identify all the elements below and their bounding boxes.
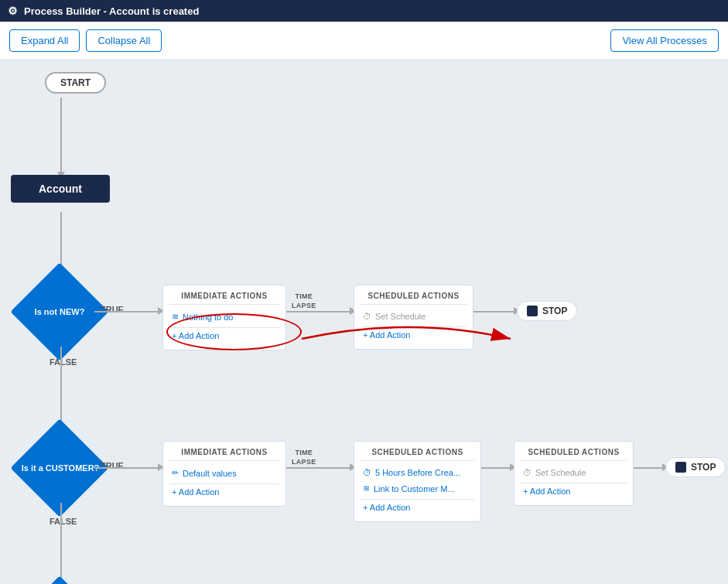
- link-icon-row2: ≋: [363, 483, 370, 493]
- stop-label-row1: STOP: [542, 306, 567, 316]
- scheduled-actions2-title-row2: SCHEDULED ACTIONS: [521, 448, 627, 461]
- connector-timelapse-row1: [286, 311, 352, 312]
- stop-label-row2: STOP: [691, 462, 716, 473]
- pencil-icon-row2: ✏: [172, 468, 179, 478]
- connector-true-row1: [94, 311, 160, 312]
- true-label-row2: TRUE: [101, 461, 124, 470]
- stop-square-row1: [527, 306, 538, 316]
- scheduled-actions-row1: SCHEDULED ACTIONS ⏱ Set Schedule + Add A…: [354, 285, 473, 350]
- toolbar-left: Expand All Collapse All: [9, 29, 162, 52]
- true-label-row1: TRUE: [101, 305, 124, 314]
- connector-sched-row2: [481, 467, 512, 469]
- clock-icon-row2b: ⏱: [523, 468, 531, 477]
- false-label-row2: FALSE: [50, 517, 77, 526]
- connector-false-row1: [60, 347, 62, 432]
- title-text: Process Builder - Account is created: [24, 5, 199, 17]
- nothing-to-do-item[interactable]: ≋ Nothing to do: [169, 309, 279, 325]
- scheduled-actions1-title-row2: SCHEDULED ACTIONS: [361, 448, 474, 461]
- time-lapse-label-row1: TIMELAPSE: [292, 292, 316, 310]
- default-values-item[interactable]: ✏ Default values: [169, 465, 279, 481]
- immediate-actions-row2: IMMEDIATE ACTIONS ✏ Default values + Add…: [162, 441, 286, 507]
- diamond-is-vendor[interactable]: [10, 575, 108, 584]
- add-action-row2[interactable]: + Add Action: [169, 483, 279, 500]
- gear-icon: ⚙: [8, 5, 18, 17]
- add-action-sched1-row2[interactable]: + Add Action: [361, 499, 474, 515]
- add-action-sched2-row2[interactable]: + Add Action: [521, 483, 627, 499]
- clock-icon-row2a: ⏱: [363, 468, 371, 477]
- connector-timelapse-row2: [286, 467, 352, 469]
- collapse-all-button[interactable]: Collapse All: [86, 29, 162, 52]
- nothing-to-do-label: Nothing to do: [183, 312, 233, 322]
- clock-icon-row1: ⏱: [363, 312, 371, 321]
- immediate-actions-row1: IMMEDIATE ACTIONS ≋ Nothing to do + Add …: [162, 285, 286, 350]
- link-customer-item[interactable]: ≋ Link to Customer M...: [361, 480, 474, 497]
- false-label-row1: FALSE: [50, 357, 77, 367]
- scheduled-actions-title-row1: SCHEDULED ACTIONS: [361, 292, 467, 305]
- time-lapse-label-row2: TIMELAPSE: [292, 449, 316, 466]
- expand-all-button[interactable]: Expand All: [9, 29, 80, 52]
- stop-button-row2[interactable]: STOP: [665, 457, 726, 477]
- stop-square-row2: [675, 462, 686, 473]
- canvas: START Account Is not NEW? TRUE FALSE IMM…: [0, 60, 728, 584]
- connector-start-account: [60, 97, 62, 175]
- scheduled-actions1-row2: SCHEDULED ACTIONS ⏱ 5 Hours Before Crea.…: [354, 441, 481, 522]
- toolbar: Expand All Collapse All View All Process…: [0, 22, 728, 60]
- connector-true-row2: [94, 467, 160, 469]
- set-schedule-item-row2[interactable]: ⏱ Set Schedule: [521, 465, 627, 480]
- scheduled-actions2-row2: SCHEDULED ACTIONS ⏱ Set Schedule + Add A…: [514, 441, 634, 506]
- five-hours-item[interactable]: ⏱ 5 Hours Before Crea...: [361, 465, 474, 480]
- start-node: START: [45, 72, 106, 94]
- title-bar: ⚙ Process Builder - Account is created: [0, 0, 728, 22]
- view-all-processes-button[interactable]: View All Processes: [610, 29, 719, 52]
- immediate-actions-title-row1: IMMEDIATE ACTIONS: [169, 292, 279, 305]
- connector-to-stop-row2: [634, 467, 665, 469]
- connector-false-row2: [60, 503, 62, 584]
- set-schedule-item-row1[interactable]: ⏱ Set Schedule: [361, 309, 467, 324]
- stop-button-row1[interactable]: STOP: [517, 301, 577, 321]
- add-action-sched-row1[interactable]: + Add Action: [361, 326, 467, 343]
- account-block[interactable]: Account: [11, 175, 110, 203]
- add-action-row1[interactable]: + Add Action: [169, 327, 279, 343]
- immediate-actions-title-row2: IMMEDIATE ACTIONS: [169, 448, 279, 461]
- pencil-icon-row1: ≋: [172, 312, 179, 322]
- connector-to-stop-row1: [473, 311, 516, 312]
